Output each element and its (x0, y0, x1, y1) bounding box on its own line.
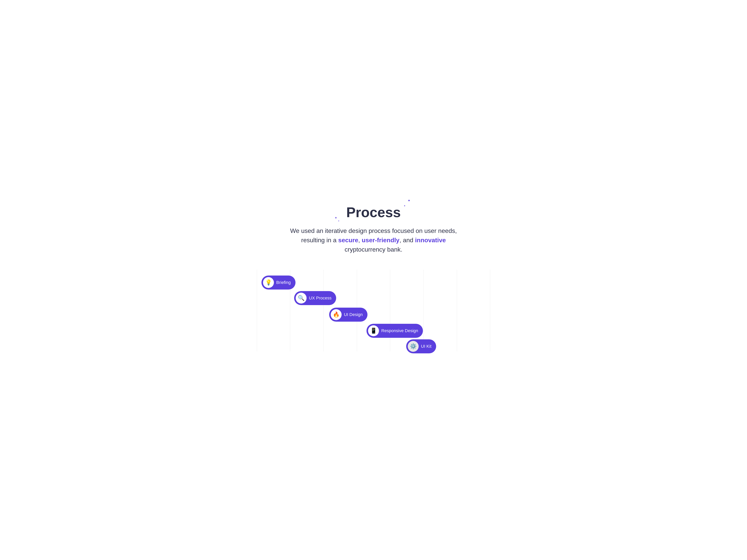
svg-text:✦: ✦ (408, 199, 410, 203)
ui-kit-label: UI Kit (421, 344, 432, 349)
process-item-responsive-design: 📱 Responsive Design (366, 324, 423, 338)
ui-design-icon-wrapper: 🔥 (331, 309, 342, 320)
ui-design-label: UI Design (344, 312, 363, 317)
subtitle-highlight-friendly: user-friendly (362, 237, 400, 244)
svg-text:✦: ✦ (404, 204, 406, 207)
process-items: 💡 Briefing 🔍 UX Process 🔥 (257, 270, 490, 351)
subtitle-and: , and (400, 237, 415, 244)
star-decoration-top-right: ✦ ✦ (402, 198, 412, 208)
process-pill-ui-design[interactable]: 🔥 UI Design (329, 308, 367, 322)
process-pill-responsive[interactable]: 📱 Responsive Design (366, 324, 423, 338)
process-item-ui-design: 🔥 UI Design (329, 308, 367, 322)
briefing-icon-wrapper: 💡 (263, 277, 274, 288)
process-item-briefing: 💡 Briefing (261, 276, 295, 289)
title-wrapper: ✦ ✦ ✦ ✦ Process (346, 205, 401, 220)
subtitle-comma1: , (358, 237, 362, 244)
star-decoration-left: ✦ ✦ (334, 215, 342, 219)
ux-process-icon-wrapper: 🔍 (296, 292, 307, 304)
ui-kit-icon: ⚙️ (410, 343, 417, 350)
svg-text:✦: ✦ (335, 216, 337, 220)
briefing-icon: 💡 (265, 279, 272, 286)
header-section: ✦ ✦ ✦ ✦ Process We used an iterative des… (257, 205, 490, 254)
subtitle-highlight-innovative: innovative (415, 237, 446, 244)
page-title: Process (346, 205, 401, 220)
subtitle-highlight-secure: secure (338, 237, 358, 244)
responsive-design-icon: 📱 (370, 328, 377, 334)
subtitle-end: cryptocurrency bank. (344, 246, 402, 253)
process-item-ux-process: 🔍 UX Process (294, 291, 336, 305)
ux-process-icon: 🔍 (298, 295, 305, 301)
briefing-label: Briefing (276, 280, 291, 285)
responsive-design-label: Responsive Design (381, 328, 418, 333)
process-pill-briefing[interactable]: 💡 Briefing (261, 276, 295, 289)
process-pill-ux-process[interactable]: 🔍 UX Process (294, 291, 336, 305)
svg-text:✦: ✦ (338, 220, 339, 222)
ux-process-label: UX Process (309, 296, 332, 301)
process-item-ui-kit: ⚙️ UI Kit (406, 339, 436, 353)
ui-kit-icon-wrapper: ⚙️ (408, 341, 419, 352)
ui-design-icon: 🔥 (333, 311, 340, 318)
page-container: ✦ ✦ ✦ ✦ Process We used an iterative des… (249, 193, 498, 367)
responsive-icon-wrapper: 📱 (368, 325, 379, 336)
subtitle: We used an iterative design process focu… (286, 226, 461, 254)
process-pill-ui-kit[interactable]: ⚙️ UI Kit (406, 339, 436, 353)
timeline-section: 💡 Briefing 🔍 UX Process 🔥 (257, 270, 490, 351)
